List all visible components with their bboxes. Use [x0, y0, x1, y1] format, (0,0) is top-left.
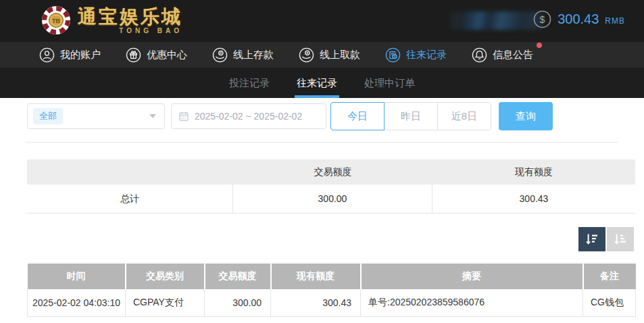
summary-total-row: 总计 300.00 300.43	[27, 184, 635, 214]
sort-ascending-icon	[613, 232, 628, 247]
deposit-icon	[212, 47, 228, 63]
col-summary: 摘要	[361, 264, 583, 289]
nav-label: 我的账户	[60, 49, 101, 61]
records-icon	[385, 47, 401, 63]
quick-range-last8days[interactable]: 近8日	[437, 102, 491, 130]
sort-descending-icon	[585, 232, 599, 247]
col-type: 交易类别	[126, 264, 205, 289]
cell-amount: 300.00	[205, 289, 271, 316]
summary-table: 交易额度 现有额度 总计 300.00 300.43	[27, 159, 635, 214]
balance-currency: RMB	[605, 13, 625, 26]
tab-pending-orders[interactable]: 处理中订单	[362, 68, 417, 98]
nav-item-promotions[interactable]: 优惠中心	[126, 47, 187, 63]
summary-header-row: 交易额度 现有额度	[27, 159, 635, 184]
nav-item-transactions[interactable]: 往来记录	[385, 47, 447, 63]
nav-item-withdraw[interactable]: 线上取款	[299, 47, 360, 63]
gift-icon	[126, 47, 141, 63]
cell-time: 2025-02-02 04:03:10	[28, 289, 126, 316]
quick-range-yesterday[interactable]: 昨日	[384, 102, 438, 130]
search-button[interactable]: 查询	[499, 102, 553, 130]
wallet-balance: $ 300.43 RMB	[533, 10, 625, 28]
nav-label: 信息公告	[493, 49, 533, 61]
cell-note: CG钱包	[583, 289, 636, 316]
site-logo[interactable]: TB 通宝娱乐城 TONG BAO	[41, 5, 182, 36]
tab-betting-records[interactable]: 投注记录	[227, 68, 272, 98]
records-table: 时间 交易类别 交易额度 现有额度 摘要 备注 2025-02-02 04:03…	[27, 264, 636, 317]
nav-label: 优惠中心	[147, 49, 187, 61]
top-header: TB 通宝娱乐城 TONG BAO $ 300.43 RMB	[0, 0, 644, 42]
username-redacted	[450, 11, 543, 30]
bell-icon	[472, 47, 487, 63]
col-note: 备注	[583, 264, 636, 289]
calendar-icon	[178, 111, 189, 122]
dollar-glyph: $	[540, 14, 545, 25]
nav-label: 线上存款	[233, 49, 274, 61]
cell-type: CGPAY支付	[126, 289, 205, 316]
dollar-circle-icon: $	[533, 10, 551, 28]
site-title: 通宝娱乐城	[78, 7, 182, 27]
filter-bar: 全部 2025-02-02 ~ 2025-02-02 今日 昨日 近8日 查询	[0, 102, 644, 130]
cell-balance: 300.43	[271, 289, 361, 316]
col-balance: 现有额度	[271, 264, 361, 289]
chip-monogram: TB	[52, 18, 60, 24]
table-row: 2025-02-02 04:03:10 CGPAY支付 300.00 300.4…	[28, 289, 636, 316]
sort-ascending-button[interactable]	[607, 227, 634, 251]
record-subtabs: 投注记录 往来记录 处理中订单	[0, 68, 644, 98]
site-subtitle: TONG BAO	[78, 27, 182, 34]
type-select[interactable]: 全部	[27, 103, 165, 129]
summary-header-transaction: 交易额度	[233, 166, 432, 178]
summary-header-current: 现有额度	[432, 166, 635, 178]
sort-descending-button[interactable]	[578, 227, 605, 251]
chevron-down-icon	[149, 114, 156, 118]
withdraw-icon	[299, 47, 314, 63]
date-range-value: 2025-02-02 ~ 2025-02-02	[195, 111, 302, 122]
main-nav: 我的账户 优惠中心 线上存款 线上取款	[0, 42, 644, 68]
date-range-input[interactable]: 2025-02-02 ~ 2025-02-02	[171, 103, 326, 129]
user-icon	[39, 47, 55, 63]
col-amount: 交易额度	[205, 264, 271, 289]
sort-controls	[578, 227, 634, 251]
casino-chip-icon: TB	[41, 5, 72, 36]
nav-item-deposit[interactable]: 线上存款	[212, 47, 274, 63]
records-header-row: 时间 交易类别 交易额度 现有额度 摘要 备注	[28, 264, 636, 289]
nav-item-announcements[interactable]: 信息公告	[472, 47, 533, 63]
section-divider	[26, 142, 618, 143]
nav-label: 线上取款	[320, 49, 360, 61]
summary-transaction-amount: 300.00	[233, 184, 432, 214]
nav-label: 往来记录	[406, 49, 447, 61]
page: TB 通宝娱乐城 TONG BAO $ 300.43 RMB 我的账户	[0, 0, 644, 323]
nav-item-my-account[interactable]: 我的账户	[39, 47, 101, 63]
col-time: 时间	[28, 264, 126, 289]
tab-transaction-records[interactable]: 往来记录	[295, 68, 339, 98]
balance-amount: 300.43	[558, 11, 599, 27]
cell-summary: 单号:202502023859586076	[361, 289, 583, 316]
quick-range-group: 今日 昨日 近8日	[330, 102, 491, 130]
summary-current-amount: 300.43	[432, 184, 635, 214]
type-select-value: 全部	[33, 108, 63, 124]
notification-dot	[537, 43, 542, 48]
summary-total-label: 总计	[27, 184, 233, 214]
quick-range-today[interactable]: 今日	[330, 102, 385, 130]
